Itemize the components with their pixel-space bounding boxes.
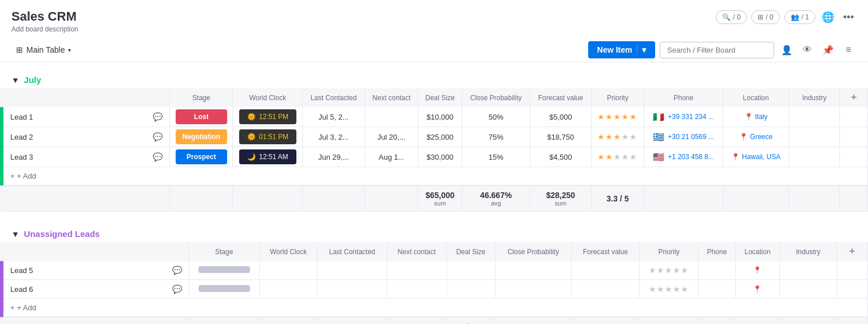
lead2-stage-badge[interactable]: Negotiation xyxy=(176,129,227,144)
user-icon-btn[interactable]: 👤 xyxy=(779,42,795,58)
lead1-closeprob[interactable]: 50% xyxy=(462,107,530,127)
lead2-extra xyxy=(840,127,868,147)
lead1-phone-cell[interactable]: 🇮🇹 +39 331 234 ... xyxy=(644,107,723,127)
lead5-industry[interactable] xyxy=(780,261,837,280)
search-input[interactable] xyxy=(660,42,774,58)
lead1-name-cell: Lead 1 💬 xyxy=(3,107,170,127)
lead1-forecast[interactable]: $5,000 xyxy=(530,107,591,127)
lead1-nextcontact[interactable] xyxy=(364,107,418,127)
lead2-closeprob[interactable]: 75% xyxy=(462,127,530,147)
lead6-forecast[interactable] xyxy=(572,280,640,299)
new-item-dropdown-icon[interactable]: ▾ xyxy=(637,45,646,54)
lead2-dealsize[interactable]: $25,000 xyxy=(418,127,462,147)
unassigned-add-cell[interactable]: + + Add xyxy=(3,299,868,318)
pin-icon-btn[interactable]: 📌 xyxy=(820,42,836,58)
lead6-closeprob[interactable] xyxy=(495,280,571,299)
add-col-unassigned[interactable]: + xyxy=(837,242,867,261)
lead2-clock-badge[interactable]: 🌞 01:51 PM xyxy=(239,129,296,144)
lead6-phone-cell[interactable] xyxy=(699,280,735,299)
lead1-stage-cell[interactable]: Lost xyxy=(170,107,233,127)
lead6-stage-badge[interactable] xyxy=(199,285,250,292)
add-column-icon-july[interactable]: + xyxy=(846,92,862,103)
person-pill[interactable]: 👥 / 1 xyxy=(784,10,815,24)
lead3-clock-badge[interactable]: 🌙 12:51 AM xyxy=(239,149,296,164)
lead3-industry[interactable] xyxy=(789,147,840,167)
lead3-priority-cell[interactable]: ★★★★★ xyxy=(591,147,644,167)
lead6-nextcontact[interactable] xyxy=(387,280,446,299)
lead3-phone-cell[interactable]: 🇺🇸 +1 203 458 8... xyxy=(644,147,723,167)
group-pill[interactable]: ⊞ / 0 xyxy=(751,10,779,24)
lead2-comment-icon[interactable]: 💬 xyxy=(153,132,162,141)
lead3-forecast[interactable]: $4,500 xyxy=(530,147,591,167)
lead6-clock-cell[interactable] xyxy=(259,280,317,299)
new-item-button[interactable]: New Item ▾ xyxy=(588,41,655,58)
lead1-dealsize[interactable]: $10,000 xyxy=(418,107,462,127)
lead6-dealsize[interactable] xyxy=(446,280,495,299)
unassigned-add-btn[interactable]: + + Add xyxy=(3,299,867,317)
add-column-icon-unassigned[interactable]: + xyxy=(845,246,860,257)
lead1-industry[interactable] xyxy=(789,107,840,127)
lead3-dealsize[interactable]: $30,000 xyxy=(418,147,462,167)
lead5-dealsize[interactable] xyxy=(446,261,495,280)
lead5-nextcontact[interactable] xyxy=(387,261,446,280)
lead1-lastcontacted[interactable]: Jul 5, 2... xyxy=(303,107,365,127)
lead3-stage-cell[interactable]: Prospect xyxy=(170,147,233,167)
lead2-location-cell[interactable]: 📍 Greece xyxy=(723,127,788,147)
lead2-nextcontact[interactable]: Jul 20,... xyxy=(364,127,418,147)
lead5-phone-cell[interactable] xyxy=(699,261,735,280)
lead5-priority-cell[interactable]: ★★★★★ xyxy=(640,261,699,280)
lead1-clock-badge[interactable]: 🌞 12:51 PM xyxy=(239,109,296,124)
lead5-lastcontacted[interactable] xyxy=(318,261,387,280)
lead3-stage-badge[interactable]: Prospect xyxy=(176,149,227,164)
lead5-stage-cell[interactable] xyxy=(189,261,259,280)
add-col-july[interactable]: + xyxy=(840,88,868,107)
july-summary-priority: 3.3 / 5 xyxy=(591,185,644,212)
lead1-stage-badge[interactable]: Lost xyxy=(176,109,227,124)
lead2-clock-cell[interactable]: 🌞 01:51 PM xyxy=(233,127,303,147)
lead6-lastcontacted[interactable] xyxy=(318,280,387,299)
main-table-btn[interactable]: ⊞ Main Table ▾ xyxy=(11,43,76,57)
lead5-location-cell[interactable]: 📍 xyxy=(735,261,780,280)
july-add-cell[interactable]: + + Add xyxy=(3,167,868,186)
lead1-location-cell[interactable]: 📍 Italy xyxy=(723,107,788,127)
globe-icon-btn[interactable]: 🌐 xyxy=(820,9,836,25)
lead3-location-cell[interactable]: 📍 Hawaii, USA xyxy=(723,147,788,167)
lead2-industry[interactable] xyxy=(789,127,840,147)
toolbar-right: New Item ▾ 👤 👁 📌 ≡ xyxy=(588,41,857,58)
lead5-forecast[interactable] xyxy=(572,261,640,280)
july-add-btn[interactable]: + + Add xyxy=(3,167,867,185)
more-menu-btn[interactable]: ••• xyxy=(841,9,857,25)
lead2-name-cell: Lead 2 💬 xyxy=(3,127,170,147)
lead1-comment-icon[interactable]: 💬 xyxy=(153,112,162,121)
lead3-nextcontact[interactable]: Aug 1... xyxy=(364,147,418,167)
lead2-phone-cell[interactable]: 🇬🇷 +30 21 0569 ... xyxy=(644,127,723,147)
lead6-stage-cell[interactable] xyxy=(189,280,259,299)
lead6-location-cell[interactable]: 📍 xyxy=(735,280,780,299)
u-summary-empty7 xyxy=(735,317,780,324)
group-july-toggle[interactable]: ▼ xyxy=(11,76,19,85)
lead1-priority-cell[interactable]: ★★★★★ xyxy=(591,107,644,127)
lead2-priority-cell[interactable]: ★★★★★ xyxy=(591,127,644,147)
lead2-stage-cell[interactable]: Negotiation xyxy=(170,127,233,147)
lead3-comment-icon[interactable]: 💬 xyxy=(153,152,162,161)
lead3-lastcontacted[interactable]: Jun 29,... xyxy=(303,147,365,167)
filter-pill[interactable]: 🔍 / 0 xyxy=(716,10,747,24)
lead2-forecast[interactable]: $18,750 xyxy=(530,127,591,147)
group-unassigned-toggle[interactable]: ▼ xyxy=(11,230,19,239)
lead6-priority-cell[interactable]: ★★★★★ xyxy=(640,280,699,299)
lead2-lastcontacted[interactable]: Jul 3, 2... xyxy=(303,127,365,147)
lead5-clock-cell[interactable] xyxy=(259,261,317,280)
lead6-comment-icon[interactable]: 💬 xyxy=(172,285,182,294)
eye-icon-btn[interactable]: 👁 xyxy=(799,42,815,58)
lead5-comment-icon[interactable]: 💬 xyxy=(172,266,182,275)
lead5-stage-badge[interactable] xyxy=(199,266,250,273)
lead6-industry[interactable] xyxy=(780,280,837,299)
lead3-clock-cell[interactable]: 🌙 12:51 AM xyxy=(233,147,303,167)
col-lastcontacted-unassigned: Last Contacted xyxy=(318,242,387,261)
filter-icon-btn[interactable]: ≡ xyxy=(841,42,857,58)
lead3-closeprob[interactable]: 15% xyxy=(462,147,530,167)
lead5-closeprob[interactable] xyxy=(495,261,571,280)
u-summary-empty5 xyxy=(387,317,446,324)
group-july-header: ▼ July xyxy=(0,72,868,88)
lead1-clock-cell[interactable]: 🌞 12:51 PM xyxy=(233,107,303,127)
